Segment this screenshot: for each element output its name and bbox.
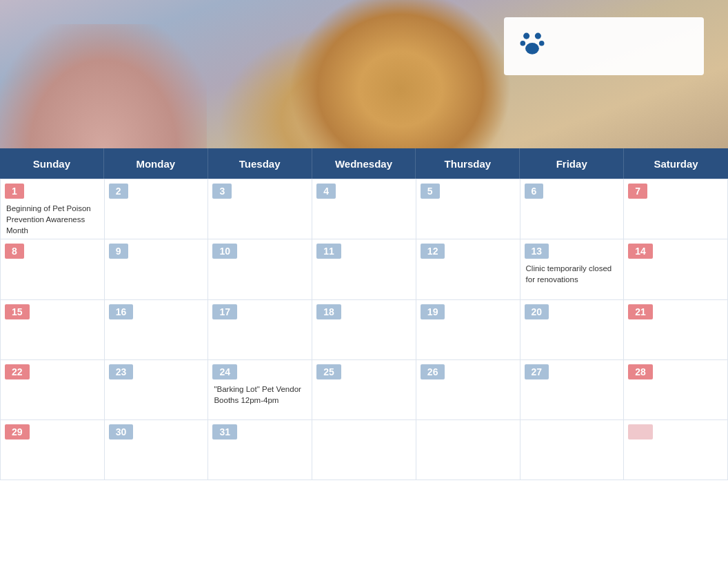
cal-cell-14: 14 bbox=[624, 239, 728, 299]
date-badge-24: 24 bbox=[212, 364, 237, 379]
cal-cell-3: 3 bbox=[208, 179, 312, 239]
cal-cell-13: 13Clinic temporarily closed for renovati… bbox=[520, 239, 625, 299]
cal-cell-24: 24"Barking Lot" Pet Vendor Booths 12pm-4… bbox=[208, 360, 312, 420]
calendar: SundayMondayTuesdayWednesdayThursdayFrid… bbox=[0, 148, 728, 480]
date-badge-4: 4 bbox=[316, 184, 336, 199]
date-badge-19: 19 bbox=[421, 304, 445, 319]
date-badge-8: 8 bbox=[5, 244, 24, 259]
cal-cell-empty-4-5 bbox=[520, 420, 625, 480]
cal-cell-7: 7 bbox=[624, 179, 728, 239]
date-badge-11: 11 bbox=[316, 244, 341, 259]
event-day-13: Clinic temporarily closed for renovation… bbox=[520, 261, 624, 288]
cal-cell-21: 21 bbox=[624, 300, 728, 360]
cal-cell-30: 30 bbox=[105, 420, 209, 480]
cal-cell-6: 6 bbox=[520, 179, 625, 239]
date-badge-18: 18 bbox=[316, 304, 341, 319]
cal-cell-25: 25 bbox=[312, 360, 416, 420]
event-day-24: "Barking Lot" Pet Vendor Booths 12pm-4pm bbox=[208, 382, 312, 408]
date-badge-13: 13 bbox=[525, 244, 549, 259]
date-badge-28: 28 bbox=[628, 364, 653, 379]
calendar-header: SundayMondayTuesdayWednesdayThursdayFrid… bbox=[0, 148, 728, 179]
svg-point-1 bbox=[535, 33, 541, 39]
cal-cell-22: 22 bbox=[1, 360, 105, 420]
date-badge-12: 12 bbox=[421, 244, 445, 259]
cal-cell-10: 10 bbox=[208, 239, 312, 299]
date-badge-30: 30 bbox=[109, 424, 134, 439]
date-badge-26: 26 bbox=[421, 364, 445, 379]
header-banner bbox=[0, 0, 728, 148]
date-badge-23: 23 bbox=[109, 364, 134, 379]
header-thursday: Thursday bbox=[416, 148, 520, 179]
cal-cell-27: 27 bbox=[520, 360, 625, 420]
date-badge-20: 20 bbox=[525, 304, 549, 319]
date-badge-2: 2 bbox=[109, 184, 128, 199]
header-wednesday: Wednesday bbox=[312, 148, 416, 179]
date-badge-5: 5 bbox=[421, 184, 440, 199]
date-badge-27: 27 bbox=[525, 364, 549, 379]
svg-point-0 bbox=[523, 33, 529, 39]
event-day-1: Beginning of Pet Poison Prevention Aware… bbox=[1, 201, 104, 239]
date-badge-1: 1 bbox=[5, 184, 24, 199]
header-saturday: Saturday bbox=[624, 148, 728, 179]
cal-cell-28: 28 bbox=[624, 360, 728, 420]
cal-cell-29: 29 bbox=[1, 420, 105, 480]
clinic-header bbox=[519, 30, 689, 56]
header-tuesday: Tuesday bbox=[208, 148, 312, 179]
date-badge-empty-sat bbox=[628, 424, 653, 439]
date-badge-3: 3 bbox=[212, 184, 232, 199]
cal-cell-empty-4-3 bbox=[312, 420, 416, 480]
date-badge-22: 22 bbox=[5, 364, 30, 379]
date-badge-15: 15 bbox=[5, 304, 30, 319]
date-badge-29: 29 bbox=[5, 424, 30, 439]
cal-cell-20: 20 bbox=[520, 300, 625, 360]
cal-cell-12: 12 bbox=[416, 239, 520, 299]
cal-cell-18: 18 bbox=[312, 300, 416, 360]
cal-cell-31: 31 bbox=[208, 420, 312, 480]
header-sunday: Sunday bbox=[0, 148, 104, 179]
cal-cell-9: 9 bbox=[105, 239, 209, 299]
cal-cell-17: 17 bbox=[208, 300, 312, 360]
cal-cell-empty-4-4 bbox=[416, 420, 520, 480]
date-badge-17: 17 bbox=[212, 304, 237, 319]
date-badge-10: 10 bbox=[212, 244, 237, 259]
cal-cell-5: 5 bbox=[416, 179, 520, 239]
cal-cell-19: 19 bbox=[416, 300, 520, 360]
cal-cell-16: 16 bbox=[105, 300, 209, 360]
date-badge-31: 31 bbox=[212, 424, 237, 439]
clinic-info-card bbox=[504, 17, 704, 75]
cal-cell-23: 23 bbox=[105, 360, 209, 420]
date-badge-21: 21 bbox=[628, 304, 653, 319]
paw-icon bbox=[519, 30, 545, 56]
hand-image bbox=[0, 24, 207, 148]
header-monday: Monday bbox=[104, 148, 208, 179]
cal-cell-11: 11 bbox=[312, 239, 416, 299]
svg-point-4 bbox=[525, 43, 539, 55]
header-friday: Friday bbox=[520, 148, 624, 179]
date-badge-6: 6 bbox=[525, 184, 544, 199]
cal-cell-2: 2 bbox=[105, 179, 209, 239]
date-badge-16: 16 bbox=[109, 304, 134, 319]
calendar-grid: 1Beginning of Pet Poison Prevention Awar… bbox=[0, 179, 728, 480]
date-badge-14: 14 bbox=[628, 244, 653, 259]
cal-cell-4: 4 bbox=[312, 179, 416, 239]
cal-cell-1: 1Beginning of Pet Poison Prevention Awar… bbox=[1, 179, 105, 239]
svg-point-3 bbox=[539, 41, 545, 46]
date-badge-7: 7 bbox=[628, 184, 647, 199]
cal-cell-15: 15 bbox=[1, 300, 105, 360]
cal-cell-26: 26 bbox=[416, 360, 520, 420]
date-badge-25: 25 bbox=[316, 364, 341, 379]
cal-cell-8: 8 bbox=[1, 239, 105, 299]
date-badge-9: 9 bbox=[109, 244, 128, 259]
svg-point-2 bbox=[520, 41, 526, 46]
cal-cell-empty-4-6 bbox=[624, 420, 728, 480]
